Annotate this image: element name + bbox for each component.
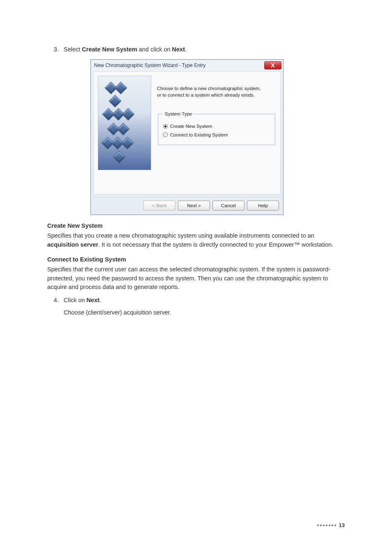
step3-bold-1: Create New System (82, 46, 137, 53)
wizard-dialog-screenshot: New Chromatographic System Wizard - Type… (90, 59, 345, 215)
wizard-graphic (98, 76, 151, 170)
instr-line2: or to connect to a system which already … (157, 92, 255, 97)
step3-bold-2: Next (172, 46, 185, 53)
dialog-title: New Chromatographic System Wizard - Type… (94, 62, 205, 69)
step3-text-2: and click on (137, 46, 172, 53)
radio-create-new-system[interactable]: Create New System (163, 123, 270, 130)
system-type-legend: System Type (163, 111, 194, 117)
step3-text-1: Select (64, 46, 82, 53)
radio-icon (163, 124, 168, 129)
radio-connect-existing-system[interactable]: Connect to Existing System (163, 132, 270, 138)
system-type-group: System Type Create New System Connect to… (158, 111, 275, 145)
para-create-1: Specifies that you create a new chromato… (47, 232, 314, 239)
dialog-body: Choose to define a new chromatographic s… (93, 71, 281, 194)
wizard-dialog: New Chromatographic System Wizard - Type… (90, 59, 284, 215)
step4-text-1: Click on (64, 297, 87, 303)
radio-create-label: Create New System (170, 123, 212, 130)
help-button[interactable]: Help (247, 201, 279, 210)
close-button[interactable]: X (264, 61, 281, 69)
step4-text-2: . (99, 297, 101, 303)
para-connect-existing: Specifies that the current user can acce… (47, 265, 345, 292)
next-button[interactable]: Next > (178, 201, 210, 210)
heading-connect-existing: Connect to Existing System (47, 256, 345, 263)
instr-line1: Choose to define a new chromatographic s… (157, 86, 261, 91)
para-create-2: . It is not necessary that the system is… (98, 241, 333, 248)
back-button: < Back (143, 201, 175, 210)
step-3: Select Create New System and click on Ne… (64, 45, 345, 215)
step4-bold: Next (87, 297, 99, 303)
step4-substep: Choose (client/server) acquisition serve… (64, 308, 345, 317)
cancel-button[interactable]: Cancel (212, 201, 244, 210)
para-create-bold: acquisition server (47, 241, 98, 248)
close-icon: X (271, 62, 274, 68)
step-4: Click on Next. Choose (client/server) ac… (64, 296, 345, 317)
dialog-titlebar: New Chromatographic System Wizard - Type… (91, 60, 283, 71)
para-create-new-system: Specifies that you create a new chromato… (47, 231, 345, 250)
radio-icon (163, 132, 168, 137)
heading-create-new-system: Create New System (47, 222, 345, 229)
step3-text-3: . (185, 46, 187, 53)
radio-connect-label: Connect to Existing System (170, 132, 228, 138)
dialog-footer: < Back Next > Cancel Help (91, 197, 283, 215)
dialog-instruction: Choose to define a new chromatographic s… (157, 86, 276, 98)
dialog-right-pane: Choose to define a new chromatographic s… (157, 76, 276, 190)
